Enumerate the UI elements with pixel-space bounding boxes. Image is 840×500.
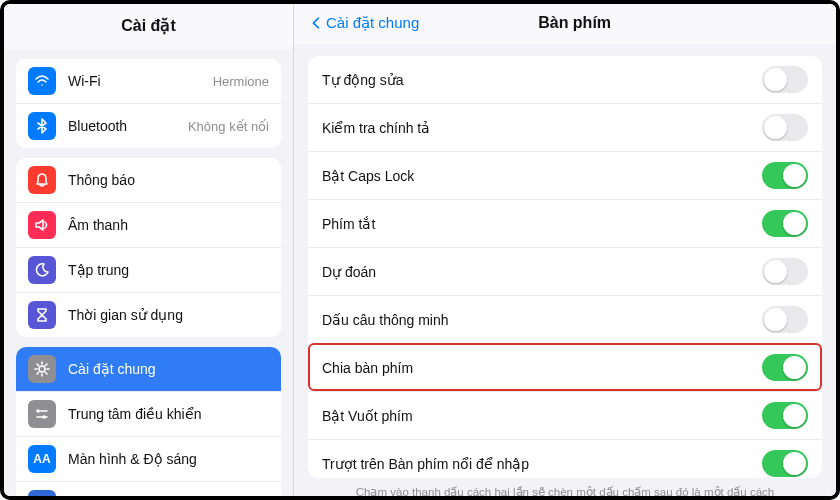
setting-label: Trượt trên Bàn phím nổi để nhập bbox=[322, 456, 762, 472]
toggle-knob bbox=[764, 260, 787, 283]
main-panel: Cài đặt chung Bàn phím Tự động sửaKiểm t… bbox=[294, 4, 836, 496]
settings-app: Cài đặt Wi-FiHermioneBluetoothKhông kết … bbox=[4, 4, 836, 496]
sidebar-item-status: Hermione bbox=[213, 74, 269, 89]
sidebar-item-label: Bluetooth bbox=[68, 118, 188, 134]
toggle-smartpunc[interactable] bbox=[762, 306, 808, 333]
toggle-splitkb[interactable] bbox=[762, 354, 808, 381]
toggle-capslock[interactable] bbox=[762, 162, 808, 189]
setting-label: Phím tắt bbox=[322, 216, 762, 232]
sidebar-item-label: Màn hình & Độ sáng bbox=[68, 451, 269, 467]
setting-row-smartpunc: Dấu câu thông minh bbox=[308, 295, 822, 343]
setting-label: Chia bàn phím bbox=[322, 360, 762, 376]
aa-icon: AA bbox=[28, 445, 56, 473]
setting-row-spellcheck: Kiểm tra chính tả bbox=[308, 103, 822, 151]
gear-icon bbox=[28, 355, 56, 383]
wifi-icon bbox=[28, 67, 56, 95]
sidebar-item-display[interactable]: AAMàn hình & Độ sáng bbox=[16, 436, 281, 481]
sidebar-item-general[interactable]: Cài đặt chung bbox=[16, 347, 281, 391]
setting-label: Bật Caps Lock bbox=[322, 168, 762, 184]
sidebar-group: Thông báoÂm thanhTập trungThời gian sử d… bbox=[16, 158, 281, 337]
main-header: Cài đặt chung Bàn phím bbox=[294, 4, 836, 44]
switches-icon bbox=[28, 400, 56, 428]
sidebar-group: Wi-FiHermioneBluetoothKhông kết nối bbox=[16, 59, 281, 148]
sidebar-item-label: Trung tâm điều khiển bbox=[68, 406, 269, 422]
sidebar-item-label: Màn hình chính & Dock bbox=[68, 496, 269, 500]
bluetooth-icon bbox=[28, 112, 56, 140]
setting-row-swipekey: Bật Vuốt phím bbox=[308, 391, 822, 439]
sidebar-group: Cài đặt chungTrung tâm điều khiểnAAMàn h… bbox=[16, 347, 281, 500]
sidebar-title: Cài đặt bbox=[4, 4, 293, 49]
sidebar-item-wifi[interactable]: Wi-FiHermione bbox=[16, 59, 281, 103]
toggle-knob bbox=[764, 116, 787, 139]
toggle-spellcheck[interactable] bbox=[762, 114, 808, 141]
speaker-icon bbox=[28, 211, 56, 239]
main-title: Bàn phím bbox=[419, 14, 820, 32]
hourglass-icon bbox=[28, 301, 56, 329]
toggle-knob bbox=[783, 356, 806, 379]
setting-row-slidefloat: Trượt trên Bàn phím nổi để nhập bbox=[308, 439, 822, 478]
sidebar-item-label: Thông báo bbox=[68, 172, 269, 188]
setting-label: Bật Vuốt phím bbox=[322, 408, 762, 424]
sidebar-item-label: Âm thanh bbox=[68, 217, 269, 233]
setting-row-capslock: Bật Caps Lock bbox=[308, 151, 822, 199]
sidebar-item-sounds[interactable]: Âm thanh bbox=[16, 202, 281, 247]
sidebar-item-label: Wi-Fi bbox=[68, 73, 213, 89]
sidebar: Cài đặt Wi-FiHermioneBluetoothKhông kết … bbox=[4, 4, 294, 496]
sidebar-item-home[interactable]: Màn hình chính & Dock bbox=[16, 481, 281, 500]
sidebar-item-screentime[interactable]: Thời gian sử dụng bbox=[16, 292, 281, 337]
setting-row-shortcut: Phím tắt bbox=[308, 199, 822, 247]
setting-label: Dự đoán bbox=[322, 264, 762, 280]
setting-label: Dấu câu thông minh bbox=[322, 312, 762, 328]
toggle-knob bbox=[764, 68, 787, 91]
setting-label: Tự động sửa bbox=[322, 72, 762, 88]
back-label: Cài đặt chung bbox=[326, 14, 419, 32]
toggle-swipekey[interactable] bbox=[762, 402, 808, 429]
footnote: Chạm vào thanh dấu cách hai lần sẽ chèn … bbox=[294, 478, 836, 496]
toggle-knob bbox=[783, 212, 806, 235]
sidebar-item-bluetooth[interactable]: BluetoothKhông kết nối bbox=[16, 103, 281, 148]
toggle-knob bbox=[783, 164, 806, 187]
bell-icon bbox=[28, 166, 56, 194]
toggle-shortcut[interactable] bbox=[762, 210, 808, 237]
setting-row-predict: Dự đoán bbox=[308, 247, 822, 295]
sidebar-item-focus[interactable]: Tập trung bbox=[16, 247, 281, 292]
toggle-autocorrect[interactable] bbox=[762, 66, 808, 93]
sidebar-item-label: Thời gian sử dụng bbox=[68, 307, 269, 323]
toggle-slidefloat[interactable] bbox=[762, 450, 808, 477]
sidebar-item-status: Không kết nối bbox=[188, 119, 269, 134]
sidebar-item-label: Cài đặt chung bbox=[68, 361, 269, 377]
moon-icon bbox=[28, 256, 56, 284]
sidebar-item-label: Tập trung bbox=[68, 262, 269, 278]
back-button[interactable]: Cài đặt chung bbox=[310, 14, 419, 32]
toggle-predict[interactable] bbox=[762, 258, 808, 285]
setting-row-splitkb: Chia bàn phím bbox=[308, 343, 822, 391]
sidebar-groups: Wi-FiHermioneBluetoothKhông kết nốiThông… bbox=[4, 49, 293, 500]
toggle-knob bbox=[764, 308, 787, 331]
settings-list: Tự động sửaKiểm tra chính tảBật Caps Loc… bbox=[308, 56, 822, 478]
sidebar-item-control[interactable]: Trung tâm điều khiển bbox=[16, 391, 281, 436]
sidebar-item-notifications[interactable]: Thông báo bbox=[16, 158, 281, 202]
toggle-knob bbox=[783, 404, 806, 427]
setting-row-autocorrect: Tự động sửa bbox=[308, 56, 822, 103]
setting-label: Kiểm tra chính tả bbox=[322, 120, 762, 136]
chevron-left-icon bbox=[310, 16, 324, 30]
grid-icon bbox=[28, 490, 56, 500]
toggle-knob bbox=[783, 452, 806, 475]
